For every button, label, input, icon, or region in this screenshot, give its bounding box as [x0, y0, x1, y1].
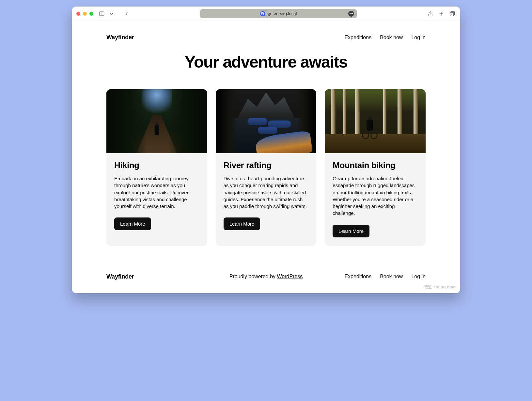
share-icon[interactable]: [427, 10, 433, 17]
nav-link-book-now[interactable]: Book now: [380, 35, 403, 40]
primary-nav: Expeditions Book now Log in: [344, 35, 426, 40]
nav-link-expeditions[interactable]: Expeditions: [344, 35, 371, 40]
card-grid: Hiking Embark on an exhilarating journey…: [106, 89, 426, 246]
svg-rect-5: [451, 11, 455, 15]
card-river-rafting: River rafting Dive into a heart-pounding…: [216, 89, 317, 246]
site-footer: Wayfinder Proudly powered by WordPress E…: [106, 273, 426, 280]
card-image-rafting: [216, 89, 317, 153]
svg-rect-6: [450, 12, 454, 16]
learn-more-button[interactable]: Learn More: [114, 217, 151, 230]
card-image-biking: [325, 89, 426, 153]
card-description: Embark on an exhilarating journey throug…: [114, 175, 199, 210]
new-tab-icon[interactable]: [438, 10, 445, 17]
address-bar[interactable]: W gutenberg.local •••: [200, 9, 357, 18]
card-description: Gear up for an adrenaline-fueled escapad…: [333, 175, 418, 217]
site-title[interactable]: Wayfinder: [106, 34, 134, 41]
maximize-window-button[interactable]: [89, 12, 93, 16]
footer-nav-expeditions[interactable]: Expeditions: [344, 274, 371, 280]
close-window-button[interactable]: [76, 12, 80, 16]
card-title: River rafting: [224, 160, 309, 170]
hero-title: Your adventure awaits: [106, 53, 426, 72]
learn-more-button[interactable]: Learn More: [224, 217, 260, 230]
site-header: Wayfinder Expeditions Book now Log in: [106, 34, 426, 41]
footer-nav-book-now[interactable]: Book now: [380, 274, 403, 280]
card-description: Dive into a heart-pounding adventure as …: [224, 175, 309, 210]
learn-more-button[interactable]: Learn More: [333, 225, 369, 237]
footer-credit: Proudly powered by WordPress: [229, 274, 303, 280]
footer-site-title[interactable]: Wayfinder: [106, 273, 134, 280]
card-image-hiking: [106, 89, 207, 153]
card-title: Mountain biking: [333, 160, 418, 170]
svg-rect-0: [100, 12, 104, 16]
footer-nav-log-in[interactable]: Log in: [411, 274, 426, 280]
browser-window: W gutenberg.local ••• Wayfinder Expediti…: [72, 7, 460, 293]
page-content: Wayfinder Expeditions Book now Log in Yo…: [72, 21, 460, 293]
footer-wordpress-link[interactable]: WordPress: [277, 274, 303, 279]
browser-toolbar: W gutenberg.local •••: [72, 7, 460, 21]
traffic-lights: [76, 12, 93, 16]
nav-link-log-in[interactable]: Log in: [411, 35, 426, 40]
tabs-overview-icon[interactable]: [449, 10, 456, 17]
card-hiking: Hiking Embark on an exhilarating journey…: [106, 89, 207, 246]
wordpress-favicon-icon: W: [260, 11, 265, 16]
footer-credit-prefix: Proudly powered by: [229, 274, 277, 279]
address-bar-url: gutenberg.local: [268, 11, 297, 16]
card-mountain-biking: Mountain biking Gear up for an adrenalin…: [325, 89, 426, 246]
page-settings-icon[interactable]: •••: [348, 11, 354, 17]
card-title: Hiking: [114, 160, 199, 170]
chevron-down-icon[interactable]: [108, 10, 115, 17]
minimize-window-button[interactable]: [83, 12, 87, 16]
sidebar-toggle-icon[interactable]: [99, 10, 105, 17]
footer-nav: Expeditions Book now Log in: [344, 274, 426, 280]
back-button[interactable]: [123, 10, 130, 17]
